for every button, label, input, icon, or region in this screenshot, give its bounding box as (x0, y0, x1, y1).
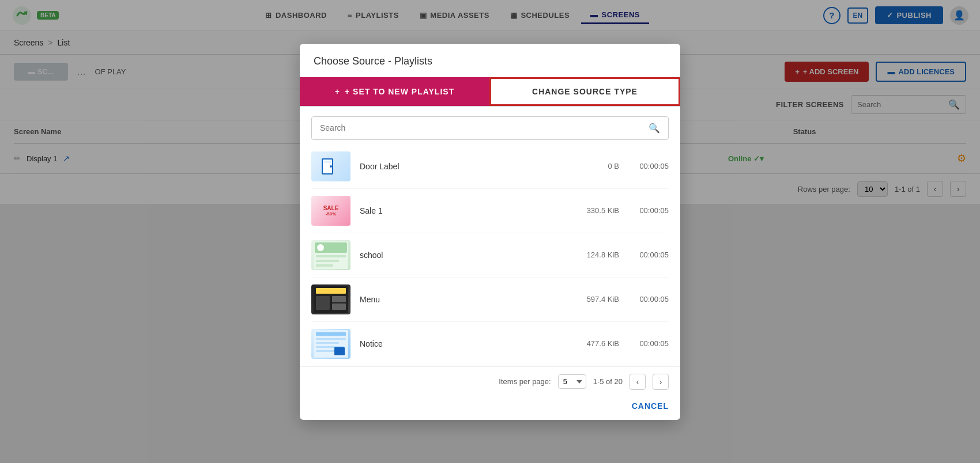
playlist-size-menu: 597.4 KiB (573, 295, 619, 303)
svg-rect-21 (316, 350, 337, 352)
modal-footer: Items per page: 5 10 25 1-5 of 20 ‹ › (300, 366, 680, 397)
change-source-type-button[interactable]: CHANGE SOURCE TYPE (489, 77, 680, 106)
playlist-thumb-school (311, 240, 350, 270)
modal-search-input[interactable] (320, 123, 649, 132)
items-per-page-label: Items per page: (499, 377, 551, 386)
playlist-item-school[interactable]: school 124.8 KiB 00:00:05 (311, 233, 669, 278)
playlist-duration-school: 00:00:05 (628, 251, 669, 259)
playlist-duration-door-label: 00:00:05 (628, 162, 669, 170)
playlist-thumb-notice (311, 329, 350, 359)
modal-search-icon: 🔍 (649, 123, 660, 134)
playlist-name-school: school (360, 251, 564, 260)
playlist-item-door-label[interactable]: Door Label 0 B 00:00:05 (311, 145, 669, 189)
playlist-duration-menu: 00:00:05 (628, 295, 669, 303)
svg-rect-9 (316, 260, 339, 262)
playlist-size-school: 124.8 KiB (573, 251, 619, 259)
playlist-list: Door Label 0 B 00:00:05 SALE -50% Sale 1… (300, 145, 680, 366)
playlist-name-menu: Menu (360, 295, 564, 304)
playlist-thumb-door-label (311, 151, 350, 181)
playlist-name-sale-1: Sale 1 (360, 206, 564, 215)
svg-point-4 (330, 165, 332, 168)
cancel-button[interactable]: CANCEL (632, 401, 669, 411)
svg-rect-15 (332, 303, 346, 310)
svg-rect-12 (316, 288, 346, 294)
modal-actions: + + SET TO NEW PLAYLIST CHANGE SOURCE TY… (300, 77, 680, 107)
playlist-size-notice: 477.6 KiB (573, 339, 619, 348)
modal-header: Choose Source - Playlists (300, 44, 680, 77)
playlist-thumb-sale-1: SALE -50% (311, 196, 350, 226)
set-new-playlist-button[interactable]: + + SET TO NEW PLAYLIST (300, 77, 489, 106)
modal-pagination: Items per page: 5 10 25 1-5 of 20 ‹ › (311, 374, 669, 390)
playlist-item-notice[interactable]: Notice 477.6 KiB 00:00:05 (311, 322, 669, 366)
choose-source-modal: Choose Source - Playlists + + SET TO NEW… (300, 44, 680, 420)
svg-rect-10 (316, 264, 333, 267)
modal-page-info: 1-5 of 20 (593, 377, 623, 386)
modal-search-box: 🔍 (311, 116, 669, 140)
svg-rect-14 (332, 296, 346, 302)
modal-prev-page-button[interactable]: ‹ (630, 374, 646, 390)
svg-rect-22 (334, 347, 345, 355)
svg-rect-3 (324, 161, 331, 163)
playlist-duration-notice: 00:00:05 (628, 339, 669, 348)
modal-overlay[interactable]: Choose Source - Playlists + + SET TO NEW… (0, 0, 980, 463)
playlist-name-notice: Notice (360, 339, 564, 348)
svg-rect-13 (316, 296, 330, 310)
playlist-size-door-label: 0 B (573, 162, 619, 170)
modal-title: Choose Source - Playlists (314, 55, 666, 67)
svg-rect-18 (316, 338, 346, 340)
items-per-page-select[interactable]: 5 10 25 (558, 374, 586, 389)
svg-rect-19 (316, 342, 339, 344)
playlist-name-door-label: Door Label (360, 162, 564, 171)
plus-icon: + (335, 87, 340, 96)
modal-search-area: 🔍 (300, 107, 680, 145)
playlist-item-sale-1[interactable]: SALE -50% Sale 1 330.5 KiB 00:00:05 (311, 189, 669, 233)
svg-rect-8 (316, 255, 346, 257)
playlist-duration-sale-1: 00:00:05 (628, 206, 669, 215)
modal-cancel-area: CANCEL (300, 397, 680, 420)
playlist-thumb-menu (311, 284, 350, 314)
svg-point-7 (317, 244, 324, 251)
playlist-size-sale-1: 330.5 KiB (573, 206, 619, 215)
svg-rect-17 (316, 332, 346, 336)
modal-next-page-button[interactable]: › (653, 374, 669, 390)
playlist-item-menu[interactable]: Menu 597.4 KiB 00:00:05 (311, 278, 669, 322)
